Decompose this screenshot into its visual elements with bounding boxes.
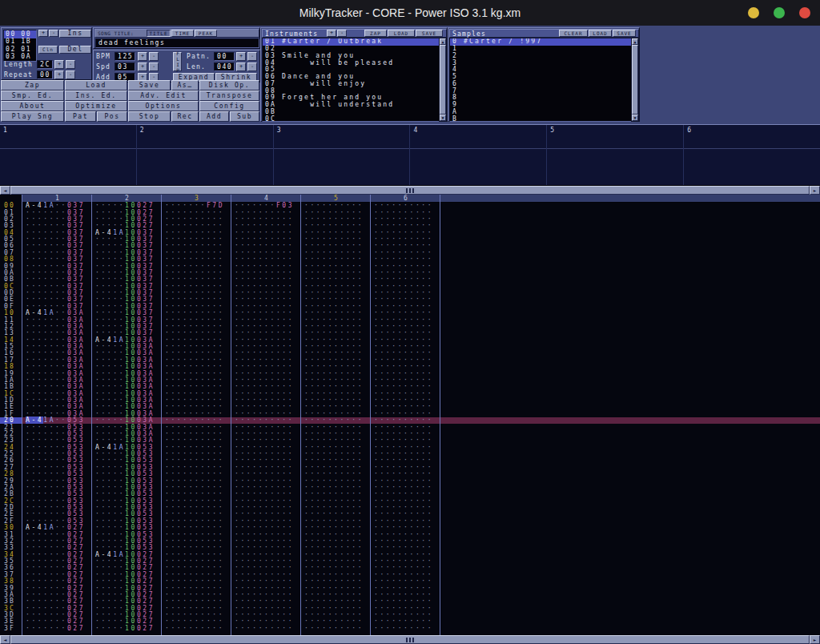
speed-minus-button[interactable]: - — [149, 62, 159, 71]
play-pattern-button[interactable]: Pat — [65, 111, 96, 122]
order-row[interactable]: 01 1B — [4, 38, 36, 46]
sample-row[interactable]: 2 — [450, 53, 638, 60]
channel-scope-5[interactable]: 5 — [547, 125, 684, 185]
zap-button[interactable]: Zap — [1, 80, 64, 91]
samples-save-button[interactable]: SAVE — [613, 30, 636, 37]
sample-row[interactable]: 5 — [450, 74, 638, 81]
order-row[interactable]: 02 01 — [4, 46, 36, 54]
sample-row[interactable]: 4 — [450, 66, 638, 74]
sample-list-scrollbar[interactable]: ▲ ▼ — [631, 38, 639, 122]
sample-row[interactable]: A — [450, 109, 638, 116]
maximize-icon[interactable] — [774, 7, 785, 18]
order-row[interactable]: 00 00 — [4, 30, 36, 38]
options-button[interactable]: Options — [128, 101, 199, 111]
instrument-row[interactable]: 04 will be pleased — [263, 59, 446, 66]
play-position-button[interactable]: Pos — [97, 111, 127, 122]
pattern-hscrollbar-top[interactable]: ◄ ► — [0, 186, 820, 195]
channel-scope-3[interactable]: 3 — [274, 125, 411, 185]
scroll-up-icon[interactable]: ▲ — [632, 38, 638, 45]
pattern-minus-button[interactable]: - — [247, 52, 257, 61]
channel-header-1[interactable]: 1 — [22, 195, 92, 202]
scrollbar-thumb[interactable] — [10, 635, 810, 644]
advanced-edit-button[interactable]: Adv. Edit — [128, 91, 199, 101]
order-insert-button[interactable]: Ins — [59, 30, 91, 38]
scroll-right-icon[interactable]: ► — [810, 186, 820, 195]
instrument-minus-button[interactable]: - — [337, 30, 347, 37]
samples-clear-button[interactable]: CLEAR — [559, 30, 588, 37]
instrument-row[interactable]: 0A will understand — [263, 102, 446, 109]
length-plus-button[interactable]: + — [54, 60, 64, 69]
pattern-cell[interactable]: ·········· — [301, 626, 371, 632]
instrument-row[interactable]: 01 #Carter / Outbreak — [263, 38, 446, 46]
sample-row[interactable]: 8 — [450, 95, 638, 102]
channel-scope-1[interactable]: 1 — [0, 125, 137, 185]
patlen-plus-button[interactable]: + — [236, 62, 246, 71]
tab-title[interactable]: TITLE — [147, 30, 171, 37]
tab-time[interactable]: TIME — [171, 30, 194, 37]
sample-editor-button[interactable]: Smp. Ed. — [1, 91, 64, 101]
sample-row[interactable]: 6 — [450, 81, 638, 88]
scrollbar-thumb[interactable] — [632, 45, 638, 115]
record-button[interactable]: Rec — [171, 111, 199, 122]
order-delete-button[interactable]: Del — [59, 46, 91, 54]
close-icon[interactable] — [799, 7, 810, 18]
scrollbar-thumb[interactable] — [440, 45, 446, 115]
optimize-button[interactable]: Optimize — [65, 101, 127, 111]
pattern-plus-button[interactable]: + — [236, 52, 246, 61]
instrument-row[interactable]: 0B — [263, 109, 446, 116]
pattern-cell[interactable]: ·········· — [231, 626, 301, 632]
channel-scope-4[interactable]: 4 — [410, 125, 547, 185]
order-row[interactable]: 03 0A — [4, 54, 36, 62]
repeat-minus-button[interactable]: - — [66, 70, 75, 79]
bpm-plus-button[interactable]: + — [138, 52, 147, 61]
channel-header-3[interactable]: 3 — [162, 195, 231, 202]
pattern-cell[interactable]: ·········· — [371, 626, 440, 632]
pattern-cell[interactable]: ·········· — [162, 626, 231, 632]
scrollbar-thumb[interactable] — [10, 186, 810, 195]
instrument-row[interactable]: 03 Smile and you — [263, 53, 446, 60]
patlen-minus-button[interactable]: - — [247, 62, 257, 71]
sample-row[interactable]: 9 — [450, 102, 638, 109]
channel-header-5[interactable]: 5 — [301, 195, 371, 202]
repeat-plus-button[interactable]: + — [54, 70, 64, 79]
octave-add-button[interactable]: Add — [199, 111, 229, 122]
instrument-row[interactable]: 07 will enjoy — [263, 81, 446, 88]
tab-peak[interactable]: PEAK — [195, 30, 217, 37]
disk-op-button[interactable]: Disk Op. — [199, 80, 259, 91]
pattern-hscrollbar-bottom[interactable]: ◄ ► — [0, 635, 820, 644]
samples-load-button[interactable]: LOAD — [589, 30, 612, 37]
instruments-load-button[interactable]: LOAD — [388, 30, 415, 37]
order-clone-button[interactable]: Cln — [38, 46, 58, 54]
instrument-list-scrollbar[interactable]: ▲ ▼ — [439, 38, 447, 122]
channel-header-4[interactable]: 4 — [231, 195, 301, 202]
sample-row[interactable]: B — [450, 115, 638, 122]
sample-row[interactable]: 3 — [450, 59, 638, 66]
instrument-editor-button[interactable]: Ins. Ed. — [65, 91, 127, 101]
instrument-row[interactable]: 0C — [263, 115, 446, 122]
instruments-zap-button[interactable]: ZAP — [364, 30, 387, 37]
transpose-button[interactable]: Transpose — [199, 91, 259, 101]
song-title-input[interactable]: dead feelings — [95, 38, 259, 48]
sample-row[interactable]: 7 — [450, 87, 638, 95]
scroll-up-icon[interactable]: ▲ — [440, 38, 446, 45]
instruments-save-button[interactable]: SAVE — [416, 30, 443, 37]
flip-button[interactable]: FLIP — [173, 52, 182, 71]
bpm-minus-button[interactable]: - — [149, 52, 159, 61]
sample-row[interactable]: 0 #Carter / !997 — [450, 38, 638, 46]
scroll-right-icon[interactable]: ► — [810, 635, 820, 644]
save-as-button[interactable]: As… — [171, 80, 199, 91]
scroll-left-icon[interactable]: ◄ — [0, 635, 10, 644]
instrument-plus-button[interactable]: + — [327, 30, 336, 37]
scroll-left-icon[interactable]: ◄ — [0, 186, 10, 195]
pattern-cell[interactable]: ·······027 — [22, 626, 92, 632]
config-button[interactable]: Config — [199, 101, 259, 111]
octave-sub-button[interactable]: Sub — [230, 111, 259, 122]
channel-scope-2[interactable]: 2 — [137, 125, 274, 185]
load-button[interactable]: Load — [65, 80, 127, 91]
channel-header-2[interactable]: 2 — [92, 195, 162, 202]
play-song-button[interactable]: Play Sng — [1, 111, 64, 122]
channel-scope-6[interactable]: 6 — [684, 125, 820, 185]
stop-button[interactable]: Stop — [128, 111, 171, 122]
pattern-row[interactable]: 3F·······027·····10027··················… — [0, 626, 820, 632]
about-button[interactable]: About — [1, 101, 64, 111]
